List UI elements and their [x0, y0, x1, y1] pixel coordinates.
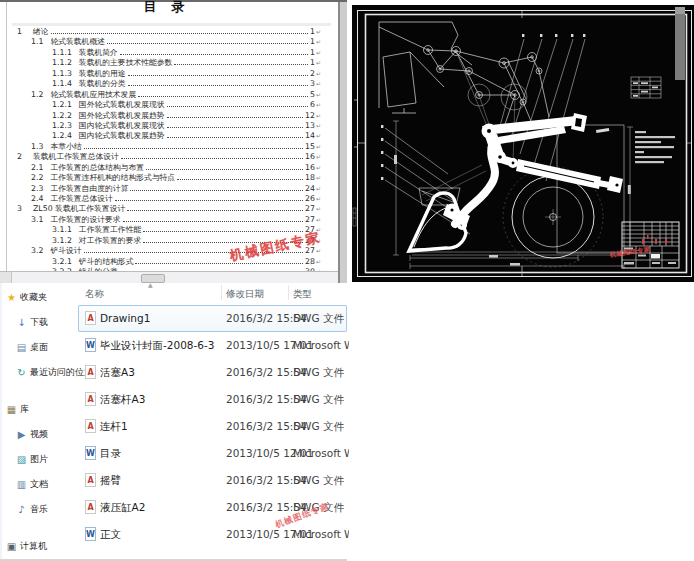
toc-dot-leader — [130, 190, 303, 191]
paragraph-mark-icon: ↵ — [316, 28, 321, 35]
column-header-name[interactable]: 名称 — [85, 288, 104, 301]
cad-drawing-panel: 机械图纸专家 — [352, 5, 694, 282]
sidebar-item-label: 音乐 — [30, 503, 48, 516]
sidebar-item-music[interactable]: ♪ 音乐 — [2, 501, 78, 517]
toc-dot-leader — [128, 75, 308, 76]
toc-entry-number: 3.2.1 — [52, 257, 72, 266]
documents-icon: ▥ — [15, 479, 28, 490]
paragraph-mark-icon: ↵ — [316, 132, 321, 139]
paragraph-mark-icon: ↵ — [316, 195, 321, 202]
toc-entry-number: 2.3 — [31, 184, 43, 193]
scrollbar-thumb[interactable] — [141, 274, 165, 283]
toc-entry: 1.1.3 装载机的用途 2 ↵ — [17, 68, 321, 78]
file-name: 毕业设计封面-2008-6-3 — [100, 339, 214, 353]
horizontal-scrollbar[interactable] — [12, 271, 338, 283]
file-row[interactable]: A 活塞杆A3 2016/3/2 15:54 DWG 文件 — [78, 386, 347, 413]
sidebar-item-recent[interactable]: ↻ 最近访问的位置 — [2, 364, 78, 380]
paragraph-mark-icon: ↵ — [316, 174, 321, 181]
cad-drawing: 机械图纸专家 — [352, 5, 694, 282]
word-file-icon: W — [85, 446, 96, 460]
sidebar-item-label: 收藏夹 — [20, 291, 47, 304]
column-header-row: ▲ 名称 修改日期 类型 — [78, 284, 347, 301]
file-type: DWG 文件 — [293, 420, 344, 434]
file-row[interactable]: A Drawing1 2016/3/2 15:54 DWG 文件 — [78, 305, 347, 332]
file-row[interactable]: W 目录 2013/10/5 12:01 Microsoft W — [78, 440, 347, 467]
file-row[interactable]: W 正文 2013/10/5 17:01 Microsoft W — [78, 521, 347, 548]
column-header-date[interactable]: 修改日期 — [226, 288, 264, 301]
toc-entry: 3.2.1 铲斗的结构形式 28 ↵ — [17, 256, 321, 266]
paragraph-mark-icon: ↵ — [316, 205, 321, 212]
dwg-file-icon: A — [85, 473, 96, 487]
sidebar-item-desktop[interactable]: ▤ 桌面 — [2, 339, 78, 355]
file-row[interactable]: W 毕业设计封面-2008-6-3 2013/10/5 17:01 Micros… — [78, 332, 347, 359]
toc-entry: 2 装载机工作装置总体设计 16 ↵ — [17, 151, 321, 161]
toc-entry-text: 装载机简介 — [79, 47, 118, 58]
toc-entry-page: 3 — [310, 79, 315, 88]
toc-entry-number: 1 — [17, 27, 26, 36]
toc-dot-leader — [128, 85, 308, 86]
dwg-file-icon: A — [85, 365, 96, 379]
cad-scrollbar[interactable] — [675, 7, 685, 80]
sidebar-item-videos[interactable]: ▶ 视频 — [2, 426, 78, 442]
toc-entry-page: 2 — [310, 69, 315, 78]
paragraph-mark-icon: ↵ — [316, 258, 321, 265]
sidebar-item-label: 图片 — [30, 453, 48, 466]
toc-entry-number: 3.1 — [31, 215, 43, 224]
paragraph-mark-icon: ↵ — [316, 216, 321, 223]
pictures-icon: ▨ — [15, 454, 28, 465]
toc-entry: 3.1.1 工作装置工作性能 27 ↵ — [17, 224, 321, 234]
toc-entry: 1.2.3 国内轮式装载机发展现状 13 ↵ — [17, 120, 321, 130]
toc-entry: 1.2 轮式装载机应用技术发展 5 ↵ — [17, 89, 321, 99]
toc-entry-page: 16 — [305, 152, 315, 161]
word-file-icon: W — [85, 338, 96, 352]
sidebar-item-documents[interactable]: ▥ 文档 — [2, 476, 78, 492]
toc-dot-leader — [84, 148, 303, 149]
file-type: Microsoft W — [293, 447, 349, 459]
file-row[interactable]: A 摇臂 2016/3/2 15:54 DWG 文件 — [78, 467, 347, 494]
toc-entry-text: 轮式装载机概述 — [50, 36, 105, 47]
sidebar-item-libraries[interactable]: ▦ 库 — [2, 401, 78, 417]
paragraph-mark-icon: ↵ — [316, 164, 321, 171]
toc-entry-page: 28 — [305, 257, 315, 266]
toc-entry: 1.2.2 国外轮式装载机发展趋势 12 ↵ — [17, 110, 321, 120]
file-type: DWG 文件 — [293, 393, 344, 407]
toc-dot-leader — [167, 117, 303, 118]
file-name: 液压缸A2 — [100, 501, 145, 515]
file-name: 活塞杆A3 — [100, 393, 145, 407]
file-name: 连杆1 — [100, 420, 128, 434]
sidebar-item-pictures[interactable]: ▨ 图片 — [2, 451, 78, 467]
column-header-type[interactable]: 类型 — [293, 288, 312, 301]
toc-entry-number: 1.2.3 — [52, 121, 72, 130]
favorites-icon: ★ — [5, 292, 18, 303]
file-row[interactable]: A 活塞A3 2016/3/2 15:54 DWG 文件 — [78, 359, 347, 386]
file-type: DWG 文件 — [293, 474, 344, 488]
toc-entry: 1.1.1 装载机简介 1 ↵ — [17, 47, 321, 57]
toc-entry-number: 1.3 — [31, 142, 43, 151]
toc-entry-text: 国内轮式装载机发展现状 — [79, 120, 165, 131]
toc-entry-number: 1.2.2 — [52, 111, 72, 120]
toc-entry: 1.2.1 国外轮式装载机发展现状 6 ↵ — [17, 99, 321, 109]
toc-entry-text: 工作装置自由度的计算 — [50, 183, 128, 194]
sidebar-item-favorites[interactable]: ★ 收藏夹 — [2, 289, 78, 305]
toc-entry: 1 绪论 1 ↵ — [17, 26, 321, 36]
paragraph-mark-icon: ↵ — [316, 91, 321, 98]
file-type: Microsoft W — [293, 528, 349, 540]
paragraph-mark-icon: ↵ — [316, 70, 321, 77]
sidebar-item-computer[interactable]: ▣ 计算机 — [2, 538, 78, 554]
toc-entry-text: 国内轮式装载机发展趋势 — [79, 130, 165, 141]
toc-entry-number: 1.1.3 — [52, 69, 72, 78]
sort-ascending-icon[interactable]: ▲ — [148, 281, 153, 288]
toc-entry-page: 14 — [305, 131, 315, 140]
toc-entry: 2.4 工作装置总体设计 26 ↵ — [17, 193, 321, 203]
toc-entry-page: 6 — [310, 100, 315, 109]
toc-entry-text: 装载机的主要技术性能参数 — [79, 57, 173, 68]
toc-entry: 1.2.4 国内轮式装载机发展趋势 14 ↵ — [17, 130, 321, 140]
toc-entry-page: 5 — [310, 90, 315, 99]
word-file-icon: W — [85, 527, 96, 541]
file-type: Microsoft W — [293, 339, 349, 351]
toc-entry: 2.3 工作装置自由度的计算 24 ↵ — [17, 183, 321, 193]
file-row[interactable]: A 连杆1 2016/3/2 15:54 DWG 文件 — [78, 413, 347, 440]
sidebar-item-downloads[interactable]: ↓ 下载 — [2, 314, 78, 330]
sidebar-item-label: 计算机 — [20, 540, 47, 553]
toc-entry-number: 2.1 — [31, 163, 43, 172]
